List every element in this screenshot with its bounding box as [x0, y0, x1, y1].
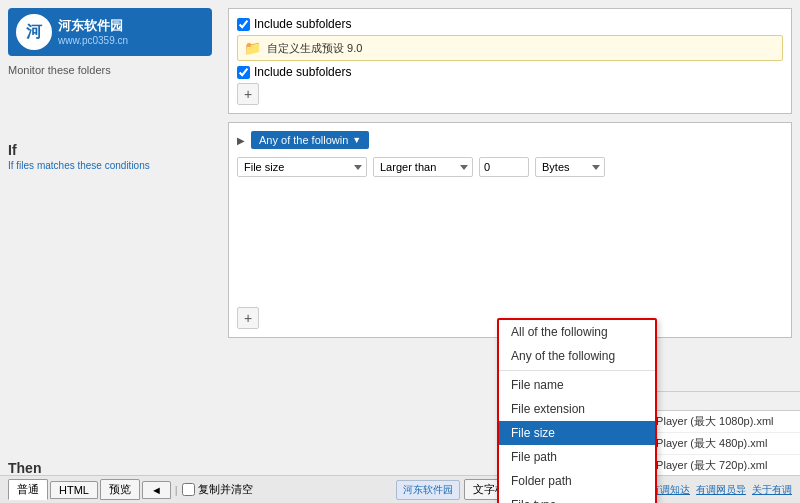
- logo-small-text: 河东软件园: [403, 483, 453, 497]
- left-panel: 河 河东软件园 www.pc0359.cn Monitor these fold…: [0, 0, 220, 503]
- include-subfolders-label-2: Include subfolders: [254, 65, 351, 79]
- logo-text-block: 河东软件园 www.pc0359.cn: [58, 18, 128, 46]
- tab-arrow[interactable]: ◄: [142, 481, 171, 499]
- menu-item-file-path[interactable]: File path: [499, 445, 655, 469]
- logo-name: 河东软件园: [58, 18, 128, 35]
- condition-type-select[interactable]: File size: [237, 157, 367, 177]
- if-left-section: If If files matches these conditions: [8, 142, 212, 177]
- bottom-tabs: 普通 HTML 预览 ◄: [8, 479, 171, 500]
- then-label: Then: [8, 460, 212, 476]
- menu-item-file-extension[interactable]: File extension: [499, 397, 655, 421]
- bottom-bar: 普通 HTML 预览 ◄ | 复制并清空 河东软件园 文字检错 繁简转换 有调首…: [0, 475, 800, 503]
- menu-item-file-type[interactable]: File type: [499, 493, 655, 503]
- copy-clear-checkbox[interactable]: [182, 483, 195, 496]
- tab-normal[interactable]: 普通: [8, 479, 48, 500]
- add-then-button[interactable]: +: [237, 307, 259, 329]
- include-subfolders-label-1: Include subfolders: [254, 17, 351, 31]
- menu-item-all-following[interactable]: All of the following: [499, 320, 655, 344]
- bottom-sep-1: |: [175, 484, 178, 496]
- any-of-following-dropdown[interactable]: Any of the followin ▼: [251, 131, 369, 149]
- link-about[interactable]: 关于有调: [752, 483, 792, 497]
- top-area: 河 河东软件园 www.pc0359.cn Monitor these fold…: [0, 0, 800, 503]
- include-subfolders-checkbox-2[interactable]: [237, 66, 250, 79]
- condition-row: File size Larger than Bytes: [237, 157, 783, 177]
- tab-preview[interactable]: 预览: [100, 479, 140, 500]
- menu-item-any-following[interactable]: Any of the following: [499, 344, 655, 368]
- condition-header: ▶ Any of the followin ▼: [237, 131, 783, 149]
- right-panel: Include subfolders 📁 自定义生成预设 9.0 Include…: [220, 0, 800, 503]
- size-value-input[interactable]: [479, 157, 529, 177]
- tab-html[interactable]: HTML: [50, 481, 98, 499]
- folder-row[interactable]: 📁 自定义生成预设 9.0: [237, 35, 783, 61]
- copy-clear-label: 复制并清空: [182, 482, 253, 497]
- condition-dropdown-menu: All of the following Any of the followin…: [497, 318, 657, 503]
- logo-icon: 河: [16, 14, 52, 50]
- include-subfolders-row-1: Include subfolders: [237, 17, 783, 31]
- copy-clear-text: 复制并清空: [198, 482, 253, 497]
- logo-small[interactable]: 河东软件园: [396, 480, 460, 500]
- folder-name: 自定义生成预设 9.0: [267, 41, 362, 56]
- any-of-following-label: Any of the followin: [259, 134, 348, 146]
- if-box: ▶ Any of the followin ▼ File size Larger…: [228, 122, 792, 338]
- triangle-icon: ▶: [237, 135, 245, 146]
- divider-1: [499, 370, 655, 371]
- if-sublabel: If files matches these conditions: [8, 160, 212, 171]
- logo-url: www.pc0359.cn: [58, 35, 128, 46]
- unit-select[interactable]: Bytes: [535, 157, 605, 177]
- if-label: If: [8, 142, 212, 158]
- link-web[interactable]: 有调网员导: [696, 483, 746, 497]
- add-folder-button[interactable]: +: [237, 83, 259, 105]
- menu-item-file-name[interactable]: File name: [499, 373, 655, 397]
- monitor-label: Monitor these folders: [8, 64, 212, 76]
- folder-icon: 📁: [244, 40, 261, 56]
- logo-area: 河 河东软件园 www.pc0359.cn: [8, 8, 212, 56]
- include-subfolders-checkbox-1[interactable]: [237, 18, 250, 31]
- page-wrapper: 河 河东软件园 www.pc0359.cn Monitor these fold…: [0, 0, 800, 503]
- include-subfolders-row-2: Include subfolders: [237, 65, 783, 79]
- menu-item-file-size[interactable]: File size: [499, 421, 655, 445]
- menu-item-folder-path[interactable]: Folder path: [499, 469, 655, 493]
- monitor-box: Include subfolders 📁 自定义生成预设 9.0 Include…: [228, 8, 792, 114]
- comparator-select[interactable]: Larger than: [373, 157, 473, 177]
- dropdown-arrow-icon: ▼: [352, 135, 361, 145]
